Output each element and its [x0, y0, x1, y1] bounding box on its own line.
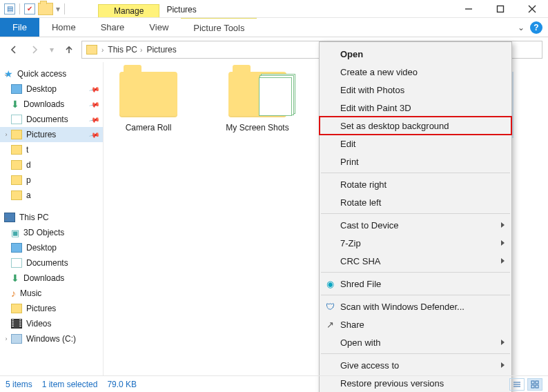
- sidebar-item-label: Pictures: [26, 130, 56, 139]
- sidebar-item-label: Videos: [26, 319, 51, 329]
- svg-rect-8: [531, 381, 534, 384]
- window-title: Pictures: [159, 2, 203, 17]
- breadcrumb-pictures[interactable]: Pictures: [146, 45, 176, 55]
- folder-icon: [228, 72, 286, 117]
- pin-icon: 📌: [89, 129, 100, 140]
- menu-item-scan-with-windows-defender[interactable]: 🛡Scan with Windows Defender...: [320, 297, 511, 315]
- menu-item-label: Print: [340, 157, 359, 167]
- sidebar-item-videos[interactable]: Videos: [0, 316, 103, 331]
- menu-separator: [321, 213, 510, 214]
- nav-recent-button[interactable]: ▾: [47, 41, 57, 58]
- sidebar-item-label: Desktop: [26, 243, 57, 253]
- 3d-objects-icon: ▣: [11, 228, 19, 238]
- sidebar-item-documents[interactable]: Documents: [0, 255, 103, 271]
- status-bar: 5 items 1 item selected 79.0 KB: [0, 375, 548, 392]
- menu-item-7-zip[interactable]: 7-Zip: [320, 234, 511, 252]
- sidebar-item-t[interactable]: t: [0, 142, 103, 157]
- sidebar-item-windows-c-[interactable]: ›Windows (C:): [0, 331, 103, 346]
- folder-icon: [11, 130, 22, 139]
- tab-home[interactable]: Home: [39, 18, 88, 37]
- folder-icon: [11, 160, 22, 170]
- file-tab[interactable]: File: [0, 18, 39, 37]
- tab-share[interactable]: Share: [88, 18, 137, 37]
- context-menu: OpenCreate a new videoEdit with PhotosEd…: [319, 41, 512, 392]
- sidebar-item-p[interactable]: p: [0, 173, 103, 188]
- maximize-button[interactable]: [485, 0, 516, 17]
- file-item[interactable]: Camera Roll: [110, 72, 186, 138]
- tab-view[interactable]: View: [137, 18, 181, 37]
- sidebar-item-label: Documents: [26, 115, 68, 124]
- status-size: 79.0 KB: [107, 380, 137, 389]
- svg-rect-11: [536, 385, 538, 388]
- desktop-icon: [11, 243, 22, 253]
- menu-item-share[interactable]: ↗Share: [320, 315, 511, 333]
- music-icon: ♪: [11, 288, 16, 299]
- file-item[interactable]: My Screen Shots: [219, 72, 295, 138]
- menu-item-give-access-to[interactable]: Give access to: [320, 356, 511, 374]
- sidebar-item-pictures[interactable]: Pictures📌›: [0, 127, 103, 142]
- sidebar-item-documents[interactable]: Documents📌: [0, 112, 103, 127]
- qat-button-2[interactable]: ✔: [24, 3, 35, 14]
- svg-rect-10: [531, 385, 534, 388]
- menu-item-label: Create a new video: [340, 67, 418, 77]
- menu-item-create-a-new-video[interactable]: Create a new video: [320, 63, 511, 81]
- sidebar-item-music[interactable]: ♪Music: [0, 286, 103, 301]
- menu-item-edit-with-paint-3d[interactable]: Edit with Paint 3D: [320, 99, 511, 117]
- menu-item-print[interactable]: Print: [320, 153, 511, 170]
- menu-item-set-as-desktop-background[interactable]: Set as desktop background: [320, 117, 511, 135]
- menu-item-crc-sha[interactable]: CRC SHA: [320, 252, 511, 270]
- status-item-count: 5 items: [6, 380, 32, 389]
- sidebar-item-downloads[interactable]: ⬇Downloads: [0, 271, 103, 286]
- sidebar-item-desktop[interactable]: Desktop📌: [0, 81, 103, 97]
- qat-folder-icon[interactable]: [38, 3, 53, 15]
- sidebar-item-downloads[interactable]: ⬇Downloads📌: [0, 97, 103, 112]
- sidebar-item-label: Pictures: [26, 304, 56, 313]
- tab-picture-tools[interactable]: Picture Tools: [181, 18, 257, 37]
- sidebar-item-label: t: [26, 145, 28, 155]
- nav-back-button[interactable]: [6, 41, 22, 58]
- menu-item-rotate-right[interactable]: Rotate right: [320, 175, 511, 193]
- document-icon: [11, 258, 22, 268]
- menu-item-edit[interactable]: Edit: [320, 135, 511, 153]
- sidebar-item-pictures[interactable]: Pictures: [0, 301, 103, 316]
- menu-item-rotate-left[interactable]: Rotate left: [320, 193, 511, 211]
- sidebar-item-label: Windows (C:): [26, 334, 76, 344]
- view-details-button[interactable]: [509, 378, 525, 391]
- menu-item-open-with[interactable]: Open with: [320, 333, 511, 351]
- menu-item-label: Share: [340, 320, 364, 330]
- menu-item-label: Rotate right: [340, 179, 386, 190]
- sidebar-item-label: p: [26, 175, 31, 185]
- sidebar-quick-access[interactable]: ⌄ ★ Quick access: [0, 66, 103, 81]
- sidebar-this-pc[interactable]: ⌄ This PC: [0, 210, 103, 225]
- sidebar-item-desktop[interactable]: Desktop: [0, 240, 103, 255]
- pin-icon: 📌: [89, 99, 100, 110]
- menu-item-shred-file[interactable]: ◉Shred File: [320, 275, 511, 293]
- pin-icon: 📌: [89, 114, 100, 125]
- nav-forward-button[interactable]: [26, 41, 43, 58]
- menu-item-label: 7-Zip: [340, 238, 361, 248]
- menu-separator: [321, 353, 510, 354]
- breadcrumb-this-pc[interactable]: This PC: [108, 45, 137, 55]
- shred-icon: ◉: [324, 279, 336, 289]
- menu-item-edit-with-photos[interactable]: Edit with Photos: [320, 81, 511, 99]
- sidebar-item-a[interactable]: a: [0, 188, 103, 203]
- sidebar-item-d[interactable]: d: [0, 157, 103, 173]
- sidebar-item-3d-objects[interactable]: ▣3D Objects: [0, 225, 103, 240]
- folder-icon: [86, 45, 97, 55]
- nav-up-button[interactable]: [61, 41, 77, 58]
- folder-icon: [11, 175, 22, 185]
- contextual-tab-manage[interactable]: Manage: [98, 4, 159, 17]
- menu-item-cast-to-device[interactable]: Cast to Device: [320, 216, 511, 234]
- close-button[interactable]: [516, 0, 548, 17]
- menu-item-open[interactable]: Open: [320, 45, 511, 63]
- ribbon-collapse-icon[interactable]: ⌄: [518, 23, 525, 32]
- qat-button-1[interactable]: ▤: [4, 3, 15, 14]
- sidebar-item-label: Downloads: [23, 273, 64, 283]
- qat-overflow[interactable]: ▾: [56, 4, 60, 14]
- view-thumbnails-button[interactable]: [527, 378, 542, 391]
- menu-separator: [321, 272, 510, 273]
- menu-item-label: Give access to: [340, 360, 399, 371]
- help-icon[interactable]: ?: [530, 21, 542, 34]
- minimize-button[interactable]: [453, 0, 485, 17]
- title-bar: ▤ ✔ ▾ Manage Pictures: [0, 0, 548, 18]
